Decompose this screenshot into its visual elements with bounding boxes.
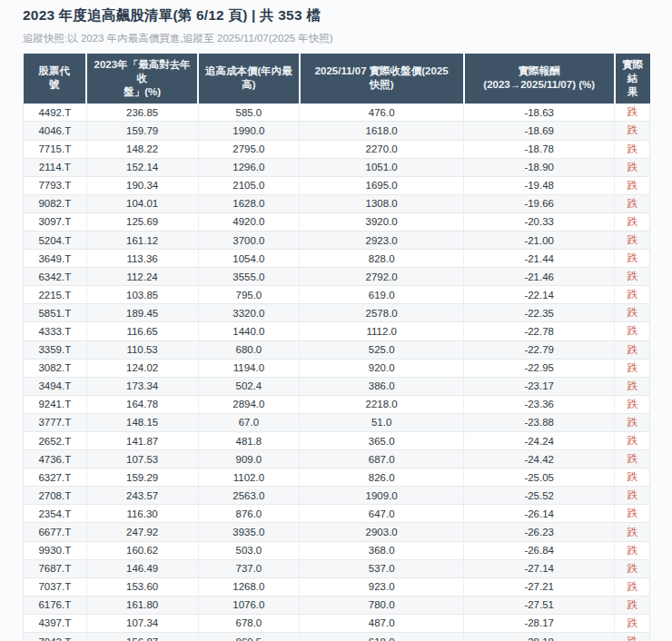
cell-peak-vs-prev-close-pct: 104.01 [86, 194, 198, 212]
cell-actual-result: 跌 [615, 523, 650, 541]
cell-actual-close-price: 525.0 [300, 340, 464, 359]
cell-ticker: 3082.T [24, 359, 87, 377]
cell-peak-vs-prev-close-pct: 148.22 [86, 140, 198, 158]
cell-peak-vs-prev-close-pct: 116.65 [86, 322, 198, 340]
cell-actual-return-pct: -27.21 [464, 577, 615, 596]
column-header-actual-result: 實際結 果 [615, 54, 650, 104]
cell-actual-result: 跌 [615, 577, 650, 596]
cell-actual-result: 跌 [615, 268, 650, 286]
cell-ticker: 7793.T [24, 176, 87, 194]
table-row: 4736.T107.53909.0687.0-24.42跌 [24, 450, 650, 468]
cell-actual-close-price: 923.0 [300, 577, 464, 596]
table-row: 3359.T110.53680.0525.0-22.79跌 [24, 340, 650, 359]
cell-actual-close-price: 2578.0 [300, 304, 464, 322]
cell-actual-result: 跌 [615, 304, 650, 322]
cell-actual-close-price: 368.0 [300, 541, 464, 559]
cell-chase-cost-price: 1194.0 [198, 359, 300, 377]
cell-chase-cost-price: 2894.0 [198, 395, 300, 413]
cell-ticker: 2215.T [24, 286, 87, 304]
cell-chase-cost-price: 860.5 [198, 633, 300, 641]
cell-actual-return-pct: -23.88 [464, 413, 615, 431]
cell-actual-close-price: 780.0 [300, 596, 464, 614]
cell-chase-cost-price: 1296.0 [198, 158, 300, 176]
cell-chase-cost-price: 795.0 [198, 286, 300, 304]
cell-chase-cost-price: 2105.0 [198, 176, 300, 194]
table-row: 6327.T159.291102.0826.0-25.05跌 [24, 468, 650, 487]
cell-actual-result: 跌 [615, 559, 650, 577]
cell-ticker: 2114.T [24, 158, 87, 176]
cell-actual-result: 跌 [615, 231, 650, 249]
cell-chase-cost-price: 1076.0 [198, 596, 300, 614]
cell-actual-return-pct: -26.23 [464, 523, 615, 541]
table-row: 7793.T190.342105.01695.0-19.48跌 [24, 176, 650, 194]
cell-actual-result: 跌 [615, 614, 650, 632]
cell-actual-return-pct: -22.95 [464, 359, 615, 377]
cell-actual-close-price: 2792.0 [300, 268, 464, 286]
cell-actual-close-price: 51.0 [300, 413, 464, 431]
cell-ticker: 9082.T [24, 194, 87, 212]
cell-actual-close-price: 365.0 [300, 432, 464, 450]
column-header-chase-cost-price: 追高成本價(年內最 高) [198, 54, 300, 104]
cell-actual-result: 跌 [615, 487, 650, 505]
cell-peak-vs-prev-close-pct: 124.02 [86, 359, 198, 377]
cell-actual-result: 跌 [615, 140, 650, 158]
cell-ticker: 3359.T [24, 340, 87, 359]
cell-ticker: 7037.T [24, 577, 87, 596]
cell-chase-cost-price: 2795.0 [198, 140, 300, 158]
cell-chase-cost-price: 502.4 [198, 377, 300, 395]
cell-actual-close-price: 3920.0 [300, 212, 464, 231]
cell-actual-return-pct: -27.51 [464, 596, 615, 614]
cell-ticker: 7687.T [24, 559, 87, 577]
cell-chase-cost-price: 585.0 [198, 104, 300, 122]
cell-chase-cost-price: 909.0 [198, 450, 300, 468]
table-row: 9930.T160.62503.0368.0-26.84跌 [24, 541, 650, 559]
cell-ticker: 9930.T [24, 541, 87, 559]
cell-ticker: 6176.T [24, 596, 87, 614]
cell-peak-vs-prev-close-pct: 141.87 [86, 432, 198, 450]
cell-chase-cost-price: 1268.0 [198, 577, 300, 596]
cell-actual-close-price: 386.0 [300, 377, 464, 395]
table-row: 2354.T116.30876.0647.0-26.14跌 [24, 505, 650, 523]
cell-peak-vs-prev-close-pct: 161.80 [86, 596, 198, 614]
table-row: 3777.T148.1567.051.0-23.88跌 [24, 413, 650, 431]
cell-chase-cost-price: 1990.0 [198, 122, 300, 140]
cell-peak-vs-prev-close-pct: 148.15 [86, 413, 198, 431]
cell-peak-vs-prev-close-pct: 116.30 [86, 505, 198, 523]
cell-actual-return-pct: -21.44 [464, 250, 615, 268]
cell-ticker: 5851.T [24, 304, 87, 322]
table-row: 7037.T153.601268.0923.0-27.21跌 [24, 577, 650, 596]
cell-actual-close-price: 619.0 [300, 286, 464, 304]
cell-chase-cost-price: 3320.0 [198, 304, 300, 322]
cell-actual-return-pct: -26.84 [464, 541, 615, 559]
cell-ticker: 6327.T [24, 468, 87, 487]
cell-actual-return-pct: -24.24 [464, 432, 615, 450]
table-row: 9082.T104.011628.01308.0-19.66跌 [24, 194, 650, 212]
table-row: 2652.T141.87481.8365.0-24.24跌 [24, 432, 650, 450]
cell-actual-result: 跌 [615, 104, 650, 122]
cell-actual-close-price: 826.0 [300, 468, 464, 487]
cell-peak-vs-prev-close-pct: 113.36 [86, 250, 198, 268]
table-row: 6342.T112.243555.02792.0-21.46跌 [24, 268, 650, 286]
cell-ticker: 4736.T [24, 450, 87, 468]
cell-actual-result: 跌 [615, 250, 650, 268]
table-row: 4046.T159.791990.01618.0-18.69跌 [24, 122, 650, 140]
cell-actual-result: 跌 [615, 413, 650, 431]
table-row: 3082.T124.021194.0920.0-22.95跌 [24, 359, 650, 377]
cell-peak-vs-prev-close-pct: 146.49 [86, 559, 198, 577]
cell-ticker: 3494.T [24, 377, 87, 395]
cell-ticker: 3777.T [24, 413, 87, 431]
cell-ticker: 6677.T [24, 523, 87, 541]
cell-actual-result: 跌 [615, 158, 650, 176]
cell-actual-return-pct: -25.52 [464, 487, 615, 505]
cell-actual-result: 跌 [615, 450, 650, 468]
cell-actual-return-pct: -20.33 [464, 212, 615, 231]
cell-ticker: 2708.T [24, 487, 87, 505]
table-row: 2114.T152.141296.01051.0-18.90跌 [24, 158, 650, 176]
cell-actual-close-price: 1112.0 [300, 322, 464, 340]
cell-actual-return-pct: -22.78 [464, 322, 615, 340]
cell-chase-cost-price: 680.0 [198, 340, 300, 359]
cell-actual-close-price: 828.0 [300, 250, 464, 268]
cell-peak-vs-prev-close-pct: 156.87 [86, 633, 198, 641]
cell-actual-result: 跌 [615, 395, 650, 413]
cell-peak-vs-prev-close-pct: 236.85 [86, 104, 198, 122]
